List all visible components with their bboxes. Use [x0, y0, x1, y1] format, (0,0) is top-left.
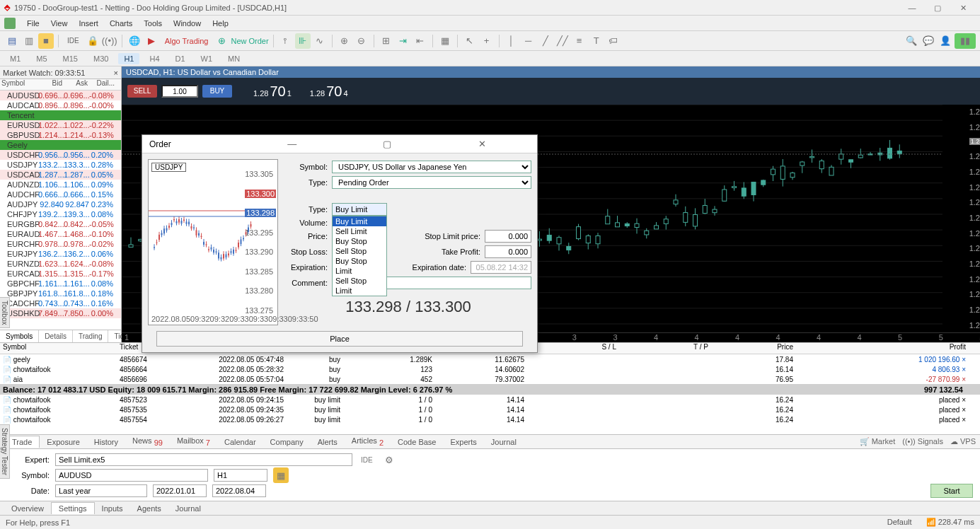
market-watch-row[interactable]: EURCHF0.978...0.978...-0.02%	[0, 239, 121, 249]
position-row[interactable]: 📄 chowtaifook48575542022.08.05 09:26:27b…	[0, 414, 980, 424]
search-icon[interactable]: 🔍	[904, 33, 919, 49]
tf-m30[interactable]: M30	[88, 53, 114, 64]
buy-button[interactable]: BUY	[202, 85, 232, 98]
signal-icon[interactable]: ((•))	[102, 33, 117, 49]
config-tester-icon[interactable]: ⚙	[381, 452, 397, 467]
tf-m15[interactable]: M15	[57, 53, 83, 64]
object-icon[interactable]: ▦	[437, 33, 453, 49]
market-watch-row[interactable]: CHFJPY139.2...139.3...0.08%	[0, 209, 121, 219]
tf-d1[interactable]: D1	[170, 53, 191, 64]
market-watch-row[interactable]: AUDJPY92.84092.8470.23%	[0, 199, 121, 209]
close-icon[interactable]: ×	[114, 66, 118, 79]
col-tp[interactable]: T / P	[619, 343, 711, 354]
market-watch-row[interactable]: USDHKD7.849...7.850...0.00%	[0, 308, 121, 318]
text-icon[interactable]: T	[589, 33, 604, 49]
col-symbol[interactable]: Symbol	[0, 79, 38, 90]
tab-articles[interactable]: Articles 2	[345, 435, 391, 448]
col-bid[interactable]: Bid	[38, 79, 64, 90]
crosshair-icon[interactable]: +	[479, 33, 495, 49]
market-watch-row[interactable]: EURUSD1.022...1.022...-0.22%	[0, 120, 121, 130]
tester-side-label[interactable]: Strategy Tester	[0, 424, 10, 479]
app-menu-icon[interactable]	[4, 18, 16, 29]
col-sl[interactable]: S / L	[527, 343, 619, 354]
profiles-icon[interactable]: ▥	[21, 33, 37, 49]
date-to-input[interactable]	[212, 484, 266, 497]
ordertype-option[interactable]: Buy Stop	[333, 236, 386, 246]
tester-tab-overview[interactable]: Overview	[4, 503, 51, 514]
ordertype-option[interactable]: Sell Limit	[333, 226, 386, 236]
ide-tester-icon[interactable]: IDE	[358, 452, 376, 467]
hline-icon[interactable]: ─	[521, 33, 536, 49]
menu-charts[interactable]: Charts	[104, 19, 138, 28]
ordertype-option[interactable]: Buy Limit	[333, 216, 386, 226]
market-watch-row[interactable]: CADCHF0.743...0.743...0.16%	[0, 298, 121, 308]
symbol-select[interactable]	[55, 469, 208, 482]
menu-file[interactable]: File	[21, 19, 45, 28]
mw-tab-symbols[interactable]: Symbols	[0, 330, 39, 342]
close-button[interactable]: ✕	[950, 1, 976, 15]
tab-exposure[interactable]: Exposure	[40, 436, 86, 448]
menu-insert[interactable]: Insert	[73, 19, 104, 28]
tab-codebase[interactable]: Code Base	[391, 436, 443, 448]
tab-history[interactable]: History	[87, 436, 125, 448]
dlg-stoplimit-input[interactable]	[485, 230, 531, 243]
connection-icon[interactable]: ▮▮	[955, 33, 976, 49]
chart-tester-icon[interactable]: ▦	[273, 467, 289, 483]
bar-chart-icon[interactable]: ⫯	[278, 33, 294, 49]
market-watch-row[interactable]: GBPUSD1.214...1.214...-0.13%	[0, 130, 121, 140]
minimize-button[interactable]: —	[899, 1, 925, 15]
market-watch-row[interactable]: EURCAD1.315...1.315...-0.17%	[0, 269, 121, 279]
trendline-icon[interactable]: ╱	[538, 33, 553, 49]
new-order-label[interactable]: New Order	[231, 37, 268, 45]
position-row[interactable]: 📄 chowtaifook48575352022.08.05 09:24:35b…	[0, 405, 980, 414]
toolbox-side-label[interactable]: Toolbox	[0, 297, 10, 328]
col-profit[interactable]: Profit	[796, 343, 980, 354]
tab-journal[interactable]: Journal	[484, 436, 524, 448]
shift-icon[interactable]: ⇤	[413, 33, 428, 49]
col-daily[interactable]: Dail...	[89, 79, 116, 90]
market-watch-row[interactable]: AUDCAD0.896...0.896...-0.00%	[0, 100, 121, 110]
menu-window[interactable]: Window	[168, 19, 207, 28]
ide-button[interactable]: IDE	[63, 33, 83, 49]
position-row[interactable]: 📄 chowtaifook48575232022.08.05 09:24:15b…	[0, 395, 980, 405]
market-watch-row[interactable]: USDJPY133.2...133.3...0.28%	[0, 160, 121, 170]
zoom-out-icon[interactable]: ⊖	[354, 33, 369, 49]
ordertype-option[interactable]: Sell Stop	[333, 246, 386, 256]
tab-mailbox[interactable]: Mailbox 7	[170, 435, 217, 448]
account-icon[interactable]: 👤	[938, 33, 953, 49]
tester-tab-agents[interactable]: Agents	[130, 503, 168, 514]
tab-company[interactable]: Company	[263, 436, 311, 448]
fibo-icon[interactable]: ≡	[572, 33, 587, 49]
market-watch-row[interactable]: Geely	[0, 140, 121, 150]
market-watch-row[interactable]: USDCHF0.956...0.956...0.20%	[0, 150, 121, 160]
new-chart-icon[interactable]: ▤	[4, 33, 20, 49]
menu-view[interactable]: View	[45, 19, 74, 28]
market-watch-row[interactable]: AUDNZD1.106...1.106...0.09%	[0, 180, 121, 190]
market-watch-row[interactable]: EURGBP0.842...0.842...-0.05%	[0, 219, 121, 229]
ordertype-option[interactable]: Sell Stop Limit	[333, 276, 386, 296]
dlg-expdate-input[interactable]	[471, 261, 531, 274]
chat-icon[interactable]: 💬	[921, 33, 936, 49]
dlg-ordertype-combo[interactable]: Buy Limit Buy LimitSell LimitBuy StopSel…	[332, 203, 387, 216]
channel-icon[interactable]: ╱╱	[555, 33, 570, 49]
market-watch-list[interactable]: AUDUSD0.696...0.696...-0.08%AUDCAD0.896.…	[0, 91, 121, 330]
date-from-input[interactable]	[153, 484, 207, 497]
dialog-maximize-button[interactable]: ▢	[340, 139, 435, 149]
lock-icon[interactable]: 🔒	[85, 33, 100, 49]
tf-m5[interactable]: M5	[30, 53, 52, 64]
vps-link[interactable]: ☁ VPS	[950, 437, 976, 446]
tester-tab-settings[interactable]: Settings	[51, 502, 95, 514]
col-price2[interactable]: Price	[711, 343, 796, 354]
candle-chart-icon[interactable]: ⊪	[295, 33, 311, 49]
new-order-icon[interactable]: ⊕	[214, 33, 229, 49]
mw-tab-trading[interactable]: Trading	[73, 330, 109, 342]
label-icon[interactable]: 🏷	[606, 33, 621, 49]
tf-w1[interactable]: W1	[195, 53, 219, 64]
ordertype-option[interactable]: Buy Stop Limit	[333, 256, 386, 276]
market-watch-row[interactable]: GBPJPY161.8...161.8...0.18%	[0, 289, 121, 298]
dlg-ordertype-value[interactable]: Buy Limit	[332, 203, 387, 216]
globe-icon[interactable]: 🌐	[127, 33, 142, 49]
market-watch-row[interactable]: EURNZD1.623...1.624...-0.08%	[0, 259, 121, 269]
autoscroll-icon[interactable]: ⇥	[396, 33, 411, 49]
mw-tab-details[interactable]: Details	[39, 330, 73, 342]
